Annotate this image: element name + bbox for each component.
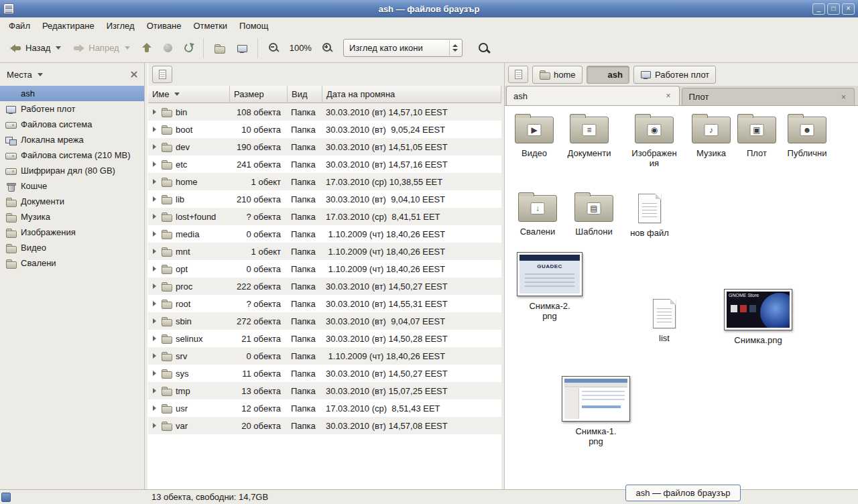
tab[interactable]: ash × [506,86,680,105]
pathbar-root-button[interactable] [508,66,528,83]
table-row[interactable]: dev 190 обекта Папка 30.03.2010 (вт) 14,… [148,138,501,155]
forward-button[interactable]: Напред [67,37,135,60]
search-button[interactable] [472,37,496,60]
expander-icon[interactable] [153,423,156,428]
zoom-in-button[interactable] [316,37,339,60]
expander-icon[interactable] [153,109,156,115]
view-mode-spinner-icons[interactable] [449,40,461,56]
table-row[interactable]: root ? обекта Папка 30.03.2010 (вт) 14,5… [148,295,501,312]
sidebar-header[interactable]: Места [0,63,144,86]
expander-icon[interactable] [153,144,156,149]
expander-icon[interactable] [153,231,156,237]
table-row[interactable]: home 1 обект Папка 17.03.2010 (ср) 10,38… [148,173,501,190]
tab-close-icon[interactable]: × [664,92,672,100]
table-row[interactable]: mnt 1 обект Папка 1.10.2009 (чт) 18,40,2… [148,243,501,260]
menu-item[interactable]: Отметки [187,19,233,33]
table-row[interactable]: opt 0 обекта Папка 1.10.2009 (чт) 18,40,… [148,260,501,277]
table-row[interactable]: lib 210 обекта Папка 30.03.2010 (вт) 9,0… [148,190,501,208]
menu-item[interactable]: Помощ [233,19,274,33]
expander-icon[interactable] [153,388,156,393]
table-row[interactable]: tmp 13 обекта Папка 30.03.2010 (вт) 15,0… [148,382,501,399]
expander-icon[interactable] [153,405,156,411]
column-header-size[interactable]: Размер [230,86,288,103]
computer-button[interactable] [231,37,253,60]
pathbar-button[interactable]: home [532,66,583,84]
expander-icon[interactable] [153,301,156,306]
icon-item-list-file[interactable]: list [639,299,690,343]
menu-item[interactable]: Изглед [101,19,141,33]
icon-item-desktop-folder[interactable]: ▣ Плот [733,117,781,158]
pathbar-button[interactable]: Работен плот [633,66,716,84]
sidebar-item[interactable]: Файлова система (210 MB) [0,147,144,163]
icon-item-snimka[interactable]: GNOME Store Снимка.png [723,289,793,345]
table-row[interactable]: sbin 272 обекта Папка 30.03.2010 (вт) 9,… [148,312,501,330]
column-header-type[interactable]: Вид [288,86,322,103]
icon-item-snimka2[interactable]: GUADEC Снимка-2.png [516,252,583,321]
table-row[interactable]: sys 11 обекта Папка 30.03.2010 (вт) 14,5… [148,365,501,382]
titlebar[interactable]: ash — файлов браузър _ □ × [0,0,858,17]
sidebar-item[interactable]: Изображения [0,225,144,240]
table-row[interactable]: lost+found ? обекта Папка 17.03.2010 (ср… [148,208,501,225]
expander-icon[interactable] [153,353,156,359]
icon-item-pictures[interactable]: ◉ Изображения [629,117,680,168]
tab-close-icon[interactable]: × [840,93,847,101]
table-row[interactable]: usr 12 обекта Папка 17.03.2010 (ср) 8,51… [148,399,501,417]
icon-view[interactable]: ▶ Видео ≡ Документи ◉ Изображения ♪ Музи… [505,106,858,489]
icon-item-new-file[interactable]: нов файл [623,194,676,238]
show-desktop-button[interactable] [1,493,11,502]
sidebar-item[interactable]: Свалени [0,255,144,271]
table-row[interactable]: proc 222 обекта Папка 30.03.2010 (вт) 14… [148,277,501,295]
close-button[interactable]: × [842,3,855,15]
sidebar-item[interactable]: Шифриран дял (80 GB) [0,163,144,178]
sidebar-item[interactable]: Кошче [0,178,144,194]
sidebar-item[interactable]: Документи [0,194,144,209]
tree-view[interactable]: bin 108 обекта Папка 30.03.2010 (вт) 14,… [148,103,501,434]
sidebar-item[interactable]: ash [0,86,144,101]
expander-icon[interactable] [153,127,156,132]
table-row[interactable]: var 20 обекта Папка 30.03.2010 (вт) 14,5… [148,417,501,434]
menu-item[interactable]: Отиване [141,19,188,33]
column-header-name[interactable]: Име [148,86,230,103]
sidebar-close-icon[interactable] [131,71,137,78]
table-row[interactable]: etc 241 обекта Папка 30.03.2010 (вт) 14,… [148,155,501,173]
expander-icon[interactable] [153,266,156,271]
sidebar-mode-dropdown-icon[interactable] [38,73,43,76]
expander-icon[interactable] [153,214,156,219]
pane-location-button[interactable] [152,66,172,83]
icon-item-snimka1[interactable]: Снимка-1.png [561,376,631,446]
icon-item-documents[interactable]: ≡ Документи [562,117,616,158]
sidebar-item[interactable]: Локална мрежа [0,132,144,147]
back-button[interactable]: Назад [4,37,67,60]
table-row[interactable]: srv 0 обекта Папка 1.10.2009 (чт) 18,40,… [148,347,501,365]
expander-icon[interactable] [153,284,156,289]
forward-history-dropdown-icon[interactable] [125,46,130,50]
view-mode-select[interactable]: Изглед като икони [343,39,463,57]
table-row[interactable]: boot 10 обекта Папка 30.03.2010 (вт) 9,0… [148,121,501,138]
back-history-dropdown-icon[interactable] [56,46,61,50]
expander-icon[interactable] [153,336,156,341]
zoom-out-button[interactable] [262,37,286,60]
menu-item[interactable]: Файл [3,19,36,33]
table-row[interactable]: bin 108 обекта Папка 30.03.2010 (вт) 14,… [148,103,501,121]
home-button[interactable] [208,37,231,60]
icon-item-video[interactable]: ▶ Видео [508,117,560,158]
column-header-date[interactable]: Дата на промяна [322,86,501,103]
icon-item-music[interactable]: ♪ Музика [686,117,737,158]
sidebar-item[interactable]: Работен плот [0,101,144,117]
minimize-button[interactable]: _ [812,3,825,15]
icon-item-downloads[interactable]: ↓ Свалени [511,195,564,237]
expander-icon[interactable] [153,318,156,324]
table-row[interactable]: selinux 21 обекта Папка 30.03.2010 (вт) … [148,330,501,347]
stop-button[interactable] [158,37,178,60]
up-button[interactable] [136,37,158,60]
tab[interactable]: Плот × [682,88,855,105]
expander-icon[interactable] [153,196,156,202]
maximize-button[interactable]: □ [827,3,840,15]
expander-icon[interactable] [153,179,156,184]
sidebar-item[interactable]: Видео [0,240,144,255]
expander-icon[interactable] [153,249,156,254]
icon-item-templates[interactable]: ▤ Шаблони [568,195,620,237]
pathbar-button[interactable]: ash [587,66,629,84]
sidebar-item[interactable]: Файлова система [0,117,144,132]
expander-icon[interactable] [153,162,156,167]
